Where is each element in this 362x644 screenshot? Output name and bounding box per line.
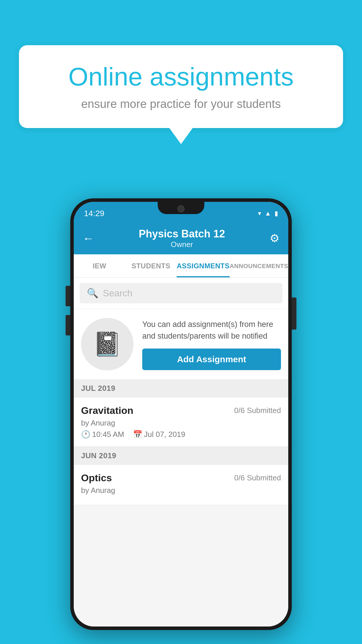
assignment-right: You can add assignment(s) from here and …: [142, 318, 281, 370]
assignment-by-gravitation: by Anurag: [81, 419, 281, 428]
assignment-description: You can add assignment(s) from here and …: [142, 318, 281, 342]
assignment-meta-gravitation: 🕐10:45 AM 📅Jul 07, 2019: [81, 430, 281, 439]
phone-notch: [158, 202, 204, 214]
tab-assignments[interactable]: ASSIGNMENTS: [177, 254, 230, 277]
speech-bubble: Online assignments ensure more practice …: [19, 45, 343, 128]
search-input[interactable]: Search: [103, 288, 132, 299]
phone-outer: 14:29 ▾ ▲ ▮ ← Physics Batch 12 Owner ⚙ I…: [70, 198, 292, 630]
settings-icon[interactable]: ⚙: [270, 232, 280, 245]
tab-announcements[interactable]: ANNOUNCEMENTS: [230, 254, 288, 277]
assignment-item-optics-row1: Optics 0/6 Submitted: [81, 472, 281, 484]
speech-bubble-container: Online assignments ensure more practice …: [19, 45, 343, 144]
search-icon: 🔍: [87, 288, 99, 299]
assignment-by-optics: by Anurag: [81, 486, 281, 495]
speech-bubble-subtitle: ensure more practice for your students: [39, 97, 323, 111]
front-camera: [178, 205, 184, 212]
status-icons: ▾ ▲ ▮: [258, 210, 278, 217]
battery-icon: ▮: [275, 210, 278, 217]
wifi-icon: ▾: [258, 210, 261, 217]
assignment-date-gravitation: 📅Jul 07, 2019: [133, 430, 185, 439]
assignment-item-row1: Gravitation 0/6 Submitted: [81, 405, 281, 416]
assignment-title-gravitation: Gravitation: [81, 405, 133, 416]
speech-bubble-arrow: [169, 128, 193, 144]
assignment-submitted-gravitation: 0/6 Submitted: [234, 406, 281, 415]
assignment-item-gravitation[interactable]: Gravitation 0/6 Submitted by Anurag 🕐10:…: [74, 398, 288, 447]
status-time: 14:29: [84, 209, 104, 218]
section-header-jun: JUN 2019: [74, 447, 288, 465]
header-title: Physics Batch 12: [139, 228, 225, 240]
add-assignment-button[interactable]: Add Assignment: [142, 349, 281, 370]
header-subtitle: Owner: [139, 240, 225, 249]
app-header: ← Physics Batch 12 Owner ⚙: [74, 222, 288, 254]
tabs-bar: IEW STUDENTS ASSIGNMENTS ANNOUNCEMENTS: [74, 254, 288, 278]
volume-up-button[interactable]: [66, 286, 70, 306]
assignment-time-gravitation: 🕐10:45 AM: [81, 430, 124, 439]
header-title-block: Physics Batch 12 Owner: [139, 228, 225, 249]
tab-students[interactable]: STUDENTS: [125, 254, 177, 277]
phone-container: 14:29 ▾ ▲ ▮ ← Physics Batch 12 Owner ⚙ I…: [70, 198, 292, 630]
power-button[interactable]: [292, 298, 296, 330]
tab-iew[interactable]: IEW: [74, 254, 125, 277]
assignment-item-optics[interactable]: Optics 0/6 Submitted by Anurag: [74, 465, 288, 505]
search-bar[interactable]: 🔍 Search: [80, 283, 282, 303]
assignment-icon-circle: 📓: [81, 318, 133, 370]
calendar-icon: 📅: [133, 430, 142, 439]
speech-bubble-title: Online assignments: [39, 63, 323, 91]
phone-screen: 14:29 ▾ ▲ ▮ ← Physics Batch 12 Owner ⚙ I…: [74, 202, 288, 626]
assignment-submitted-optics: 0/6 Submitted: [234, 473, 281, 482]
assignment-title-optics: Optics: [81, 472, 112, 484]
section-header-jul: JUL 2019: [74, 379, 288, 398]
assignment-notebook-icon: 📓: [93, 330, 122, 358]
content-area: 🔍 Search 📓 You can add assignment(s) fro…: [74, 278, 288, 626]
back-button[interactable]: ←: [82, 232, 94, 245]
clock-icon: 🕐: [81, 430, 90, 439]
signal-icon: ▲: [265, 210, 271, 217]
search-bar-wrapper: 🔍 Search: [74, 278, 288, 309]
volume-down-button[interactable]: [66, 315, 70, 335]
add-assignment-section: 📓 You can add assignment(s) from here an…: [74, 309, 288, 379]
